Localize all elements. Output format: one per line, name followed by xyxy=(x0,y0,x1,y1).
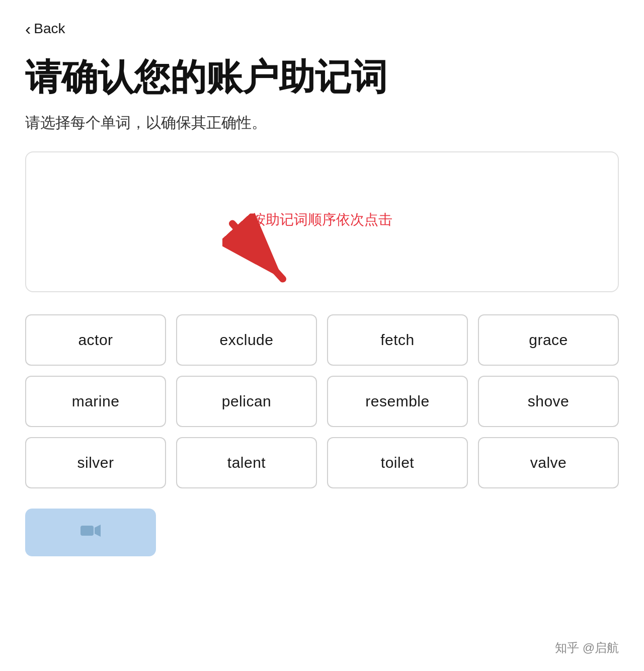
word-button-shove[interactable]: shove xyxy=(478,376,619,427)
watermark: 知乎 @启航 xyxy=(555,640,619,656)
word-button-talent[interactable]: talent xyxy=(176,437,317,488)
svg-marker-3 xyxy=(95,525,101,537)
word-button-exclude[interactable]: exclude xyxy=(176,314,317,366)
word-button-silver[interactable]: silver xyxy=(25,437,166,488)
word-button-fetch[interactable]: fetch xyxy=(327,314,468,366)
words-grid: actor exclude fetch grace marine pelican… xyxy=(25,314,619,488)
svg-line-1 xyxy=(232,224,283,279)
bottom-button-area xyxy=(25,509,619,556)
word-button-toilet[interactable]: toilet xyxy=(327,437,468,488)
svg-rect-2 xyxy=(80,526,94,536)
word-button-actor[interactable]: actor xyxy=(25,314,166,366)
word-button-marine[interactable]: marine xyxy=(25,376,166,427)
word-button-resemble[interactable]: resemble xyxy=(327,376,468,427)
back-link[interactable]: Back xyxy=(25,20,619,37)
page-title: 请确认您的账户助记词 xyxy=(25,55,619,99)
word-button-valve[interactable]: valve xyxy=(478,437,619,488)
arrow-indicator xyxy=(222,214,303,296)
page-subtitle: 请选择每个单词，以确保其正确性。 xyxy=(25,113,619,133)
continue-icon xyxy=(80,525,101,541)
word-button-pelican[interactable]: pelican xyxy=(176,376,317,427)
continue-button[interactable] xyxy=(25,509,156,556)
word-button-grace[interactable]: grace xyxy=(478,314,619,366)
word-selection-area: 按助记词顺序依次点击 xyxy=(25,151,619,292)
back-label: Back xyxy=(34,21,65,37)
